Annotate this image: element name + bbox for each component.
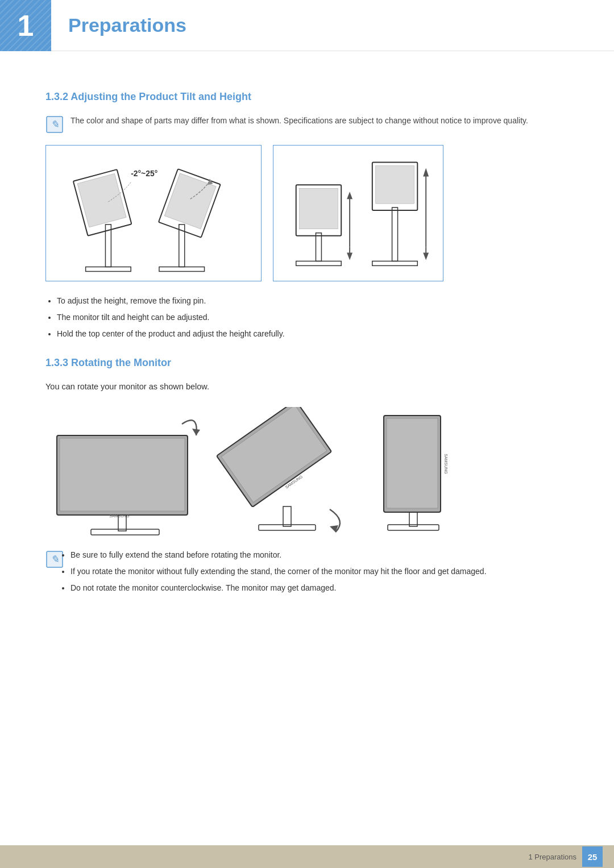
page-header: 1 Preparations — [0, 0, 614, 51]
rotate-diagram-3: SAMSUNG — [364, 407, 466, 538]
svg-text:✎: ✎ — [51, 554, 59, 565]
svg-rect-36 — [91, 529, 159, 535]
svg-marker-31 — [192, 429, 200, 435]
bullet-item-133-2: Do not rotate the monitor counterclockwi… — [70, 582, 487, 594]
bullet-item-133-1: If you rotate the monitor without fully … — [70, 566, 487, 578]
note-icon: ✎ — [45, 115, 64, 134]
bullet-item: Hold the top center of the product and a… — [57, 328, 569, 340]
svg-text:-2°~25°: -2°~25° — [131, 169, 157, 178]
svg-rect-8 — [77, 173, 126, 227]
svg-marker-28 — [423, 168, 429, 177]
svg-text:SAMSUNG: SAMSUNG — [444, 454, 448, 474]
section-133-intro: You can rotate your monitor as shown bel… — [45, 380, 569, 393]
main-content: 1.3.2 Adjusting the Product Tilt and Hei… — [0, 51, 614, 633]
svg-marker-20 — [347, 192, 352, 199]
chapter-title: Preparations — [68, 14, 186, 36]
bullet-item-133-0: Be sure to fully extend the stand before… — [70, 549, 487, 561]
svg-rect-41 — [283, 506, 291, 526]
svg-rect-47 — [388, 525, 439, 530]
svg-rect-5 — [86, 267, 131, 272]
section-132-heading: 1.3.2 Adjusting the Product Tilt and Hei… — [45, 91, 569, 103]
rotate-diagram-1: SAMSUNG — [45, 407, 210, 538]
svg-rect-16 — [316, 233, 322, 261]
bullets-132: To adjust the height, remove the fixing … — [57, 295, 569, 340]
note-text-132: The color and shape of parts may differ … — [70, 114, 528, 127]
tilt-diagram: -2°~25° — [45, 145, 262, 281]
svg-rect-13 — [164, 173, 216, 229]
svg-rect-26 — [376, 166, 414, 204]
svg-rect-33 — [60, 438, 185, 511]
bullet-item: The monitor tilt and height can be adjus… — [57, 312, 569, 323]
svg-rect-10 — [159, 267, 205, 272]
section-133-heading: 1.3.3 Rotating the Monitor — [45, 357, 569, 369]
bullet-item: To adjust the height, remove the fixing … — [57, 295, 569, 307]
svg-rect-15 — [296, 261, 341, 265]
svg-marker-30 — [423, 253, 429, 260]
bullets-133: Be sure to fully extend the stand before… — [70, 549, 487, 599]
rotate-diagram-2: SAMSUNG — [216, 407, 358, 538]
svg-text:✎: ✎ — [51, 119, 59, 130]
footer-bar: 1 Preparations 25 — [0, 845, 614, 868]
svg-rect-42 — [259, 525, 316, 530]
svg-rect-24 — [392, 207, 398, 261]
svg-rect-44 — [387, 418, 438, 508]
svg-rect-18 — [300, 188, 338, 229]
note-box-133: ✎ Be sure to fully extend the stand befo… — [45, 549, 569, 599]
svg-marker-22 — [347, 253, 352, 260]
tilt-diagram-row: -2°~25° — [45, 145, 569, 281]
footer-page-badge: 25 — [582, 846, 603, 867]
svg-rect-23 — [372, 261, 417, 265]
note-box-132: ✎ The color and shape of parts may diffe… — [45, 114, 569, 134]
height-diagram — [273, 145, 443, 281]
chapter-number-block: 1 — [0, 0, 51, 51]
footer-text: 1 Preparations — [528, 853, 576, 861]
rotate-diagram-row: SAMSUNG SAMSUNG — [45, 407, 569, 538]
svg-rect-1 — [0, 0, 51, 51]
